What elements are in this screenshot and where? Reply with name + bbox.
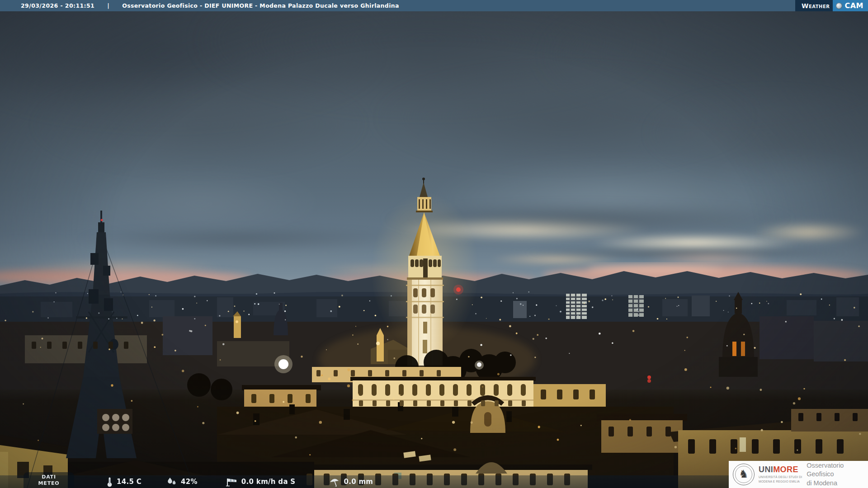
separator: | xyxy=(107,2,109,9)
city-scene xyxy=(0,0,868,488)
temperature-reading: 14.5 C xyxy=(107,477,142,487)
weathercam-cam: CAM xyxy=(844,1,863,10)
dati-meteo-tab: DATI METEO xyxy=(24,472,74,488)
wind-reading: 0.0 km/h da S xyxy=(226,477,296,487)
unimore-seal-icon: ♞ xyxy=(733,464,755,485)
wind-icon xyxy=(226,477,237,487)
uni-text: UNI xyxy=(759,465,773,474)
more-text: MORE xyxy=(773,465,798,474)
observatory-name: Osservatorio Geofisico di Modena xyxy=(807,461,868,487)
wind-value: 0.0 km/h da S xyxy=(241,478,296,486)
webcam-frame: 29/03/2026 - 20:11:51 | Osservatorio Geo… xyxy=(0,0,868,488)
weathercam-accent: CAM xyxy=(833,0,868,11)
thermometer-icon xyxy=(107,477,113,487)
rain-reading: 0.0 mm xyxy=(330,477,373,487)
university-subtitle-line1: UNIVERSITÀ DEGLI STUDI DI xyxy=(759,475,802,479)
weathercam-logo[interactable]: Weather CAM xyxy=(795,0,868,11)
unimore-wordmark: UNIMORE UNIVERSITÀ DEGLI STUDI DI MODENA… xyxy=(759,465,802,483)
meteo-label: METEO xyxy=(38,480,60,486)
university-subtitle-line2: MODENA E REGGIO EMILIA xyxy=(759,480,800,483)
weathercam-word: Weather xyxy=(802,2,830,9)
unimore-branding-box[interactable]: ♞ UNIMORE UNIVERSITÀ DEGLI STUDI DI MODE… xyxy=(729,461,868,488)
camera-title: Osservatorio Geofisico - DIEF UNIMORE - … xyxy=(122,2,399,9)
rain-icon xyxy=(330,477,340,487)
top-info-bar: 29/03/2026 - 20:11:51 | Osservatorio Geo… xyxy=(0,0,868,11)
temperature-value: 14.5 C xyxy=(117,478,142,486)
humidity-reading: 42% xyxy=(167,477,198,486)
lit-belltower xyxy=(234,316,241,338)
datetime-label: 29/03/2026 - 20:11:51 xyxy=(21,2,94,9)
humidity-icon xyxy=(167,477,177,486)
humidity-value: 42% xyxy=(181,478,198,486)
rain-value: 0.0 mm xyxy=(344,478,373,486)
dati-label: DATI xyxy=(42,474,56,480)
globe-icon xyxy=(836,3,842,9)
